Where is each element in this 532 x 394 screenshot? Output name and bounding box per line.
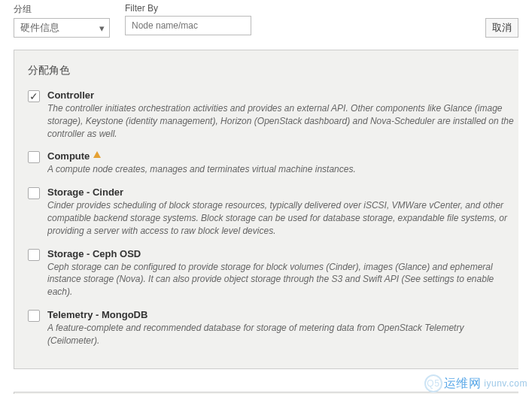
panel-title: 分配角色 [28,64,518,77]
filter-by: Filter By [125,3,251,35]
role-name: Telemetry - MongoDB [47,309,518,320]
warning-icon [93,151,101,158]
role-body: ControllerThe controller initiates orche… [47,89,518,140]
role-desc: Cinder provides scheduling of block stor… [47,199,518,237]
role-name: Controller [47,89,518,101]
group-filter: 分组 硬件信息 ▾ [14,3,110,38]
role-item[interactable]: ControllerThe controller initiates orche… [28,89,518,140]
role-item[interactable]: Storage - CinderCinder provides scheduli… [28,186,518,237]
role-checkbox[interactable] [28,249,40,261]
nodes-panel: HDD: 53.2 GB RAM: 997.1 MB (1) Untitled … [14,392,518,394]
role-checkbox[interactable] [28,151,40,163]
role-body: Storage - Ceph OSDCeph storage can be co… [47,248,518,299]
role-body: Telemetry - MongoDBA feature-complete an… [47,309,518,347]
role-body: ComputeA compute node creates, manages a… [47,150,518,176]
role-checkbox[interactable] [28,90,40,102]
watermark-text: 运维网 [444,376,482,392]
watermark-domain: iyunv.com [484,378,527,389]
cancel-button[interactable]: 取消 [485,18,518,38]
role-body: Storage - CinderCinder provides scheduli… [47,186,518,237]
group-label: 分组 [14,3,110,16]
role-name: Storage - Ceph OSD [47,248,518,259]
role-item[interactable]: ComputeA compute node creates, manages a… [28,150,518,176]
chevron-down-icon: ▾ [99,23,105,34]
role-name: Storage - Cinder [47,186,518,198]
watermark-icon: Q5 [424,374,442,392]
role-checkbox[interactable] [28,310,40,322]
node-filter-input[interactable] [125,16,251,35]
role-desc: A compute node creates, manages and term… [47,163,518,176]
group-select[interactable]: 硬件信息 ▾ [14,18,110,38]
role-desc: A feature-complete and recommended datab… [47,322,518,347]
role-checkbox[interactable] [28,187,40,199]
role-item[interactable]: Telemetry - MongoDBA feature-complete an… [28,309,518,347]
role-name: Compute [47,150,518,162]
role-desc: Ceph storage can be configured to provid… [47,261,518,299]
filter-bar: 分组 硬件信息 ▾ Filter By 取消 [0,0,532,45]
filter-by-label: Filter By [125,3,251,14]
role-item[interactable]: Storage - Ceph OSDCeph storage can be co… [28,248,518,299]
group-value: 硬件信息 [20,21,59,35]
role-desc: The controller initiates orchestration a… [47,102,518,140]
watermark: Q5 运维网 iyunv.com [424,374,527,392]
assign-roles-panel: 分配角色 ControllerThe controller initiates … [14,50,518,369]
